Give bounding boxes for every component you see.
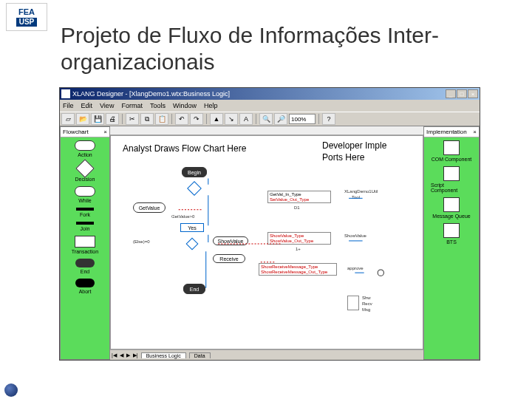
annotation-developer-l2: Ports Here — [322, 152, 364, 163]
separator — [256, 114, 256, 124]
cut-button[interactable]: ✂ — [126, 113, 139, 125]
zoom-out-button[interactable]: 🔎 — [274, 113, 287, 125]
canvas[interactable]: Analyst Draws Flow Chart Here Developer … — [110, 135, 423, 349]
palette-action[interactable]: Action — [64, 140, 106, 157]
palette-decision[interactable]: Decision — [64, 162, 106, 182]
titlebar-text: XLANG Designer - [XlangDemo1.wtx:Busines… — [72, 90, 446, 98]
pin-icon[interactable]: × — [103, 129, 107, 135]
separator — [206, 114, 207, 124]
node-decision-1[interactable] — [187, 181, 202, 196]
annotation-analyst: Analyst Draws Flow Chart Here — [123, 143, 246, 154]
paste-button[interactable]: 📋 — [155, 113, 168, 125]
palette-com-component[interactable]: COM Component — [431, 140, 472, 162]
logo-bottom: USP — [16, 18, 38, 27]
flowchart-palette: Flowchart × Action Decision While Fork J… — [60, 126, 110, 360]
zoom-combo[interactable]: 100% — [289, 114, 316, 124]
palette-join[interactable]: Join — [64, 222, 106, 231]
impl-util-a: XLangDemo1Util — [344, 189, 378, 194]
logo-top: FEA — [18, 8, 35, 16]
implementation-palette: Implementation × COM Component Script Co… — [423, 126, 480, 360]
port-getvalue-id: D1 — [294, 205, 300, 210]
redo-button[interactable]: ↷ — [190, 113, 203, 125]
logo-fea-usp: FEA USP — [6, 3, 47, 31]
node-end[interactable]: End — [183, 284, 205, 294]
tab-nav-next[interactable]: ▶ — [126, 352, 130, 358]
separator — [318, 114, 319, 124]
node-yes-branch[interactable]: Yes — [180, 223, 204, 232]
palette-end[interactable]: End — [64, 259, 106, 274]
impl-component-icon[interactable] — [347, 296, 359, 310]
menu-format[interactable]: Format — [121, 102, 143, 109]
flowchart-palette-title: Flowchart × — [61, 127, 109, 137]
decision-condition-label: GetValue>0 — [171, 214, 194, 219]
tab-nav-first[interactable]: |◀ — [112, 352, 117, 358]
slide-title: Projeto de Fluxo de Informações Inter-or… — [61, 22, 517, 75]
toolbar: ▱ 📂 💾 🖨 ✂ ⧉ 📋 ↶ ↷ ▲ ↘ A 🔍 🔎 100% ? — [60, 112, 480, 126]
implementation-palette-title: Implementation × — [424, 127, 479, 137]
pointer-tool[interactable]: ▲ — [210, 113, 223, 125]
impl-approve: approve — [347, 266, 364, 270]
print-button[interactable]: 🖨 — [106, 113, 119, 125]
tab-data[interactable]: Data — [189, 352, 211, 358]
node-decision-2[interactable] — [186, 238, 199, 250]
slide-corner-dot — [4, 383, 18, 397]
port-receive[interactable]: ShowReceiveMessage_Type ShowReceiveMessa… — [259, 263, 337, 276]
impl-shw: Shw — [362, 296, 371, 300]
pin-icon[interactable]: × — [473, 129, 477, 135]
palette-message-queue[interactable]: Message Queue — [431, 197, 472, 219]
impl-util-b: Tool — [352, 195, 360, 200]
app-icon — [61, 89, 70, 98]
undo-button[interactable]: ↶ — [175, 113, 188, 125]
text-tool[interactable]: A — [239, 113, 253, 125]
titlebar[interactable]: XLANG Designer - [XlangDemo1.wtx:Busines… — [60, 88, 480, 100]
palette-abort[interactable]: Abort — [64, 279, 106, 294]
menu-help[interactable]: Help — [204, 102, 218, 109]
node-getvalue[interactable]: GetValue — [133, 202, 166, 213]
app-window: XLANG Designer - [XlangDemo1.wtx:Busines… — [59, 87, 480, 361]
impl-msg: Msg — [362, 307, 370, 312]
impl-showvalue: ShowValue — [344, 233, 366, 238]
ruler-horizontal — [110, 126, 423, 135]
menubar: File Edit View Format Tools Window Help — [60, 100, 480, 112]
node-receive[interactable]: Receive — [213, 254, 245, 263]
palette-fork[interactable]: Fork — [64, 208, 106, 217]
sheet-tabs: |◀ ◀ ▶ ▶| Business Logic Data — [110, 349, 423, 360]
menu-edit[interactable]: Edit — [81, 102, 93, 109]
menu-file[interactable]: File — [63, 102, 74, 109]
annotation-developer-l1: Developer Imple — [322, 140, 386, 151]
help-button[interactable]: ? — [322, 113, 335, 125]
open-button[interactable]: 📂 — [76, 113, 89, 125]
menu-tools[interactable]: Tools — [150, 102, 166, 109]
port-getvalue[interactable]: GetVal_In_Type SetValue_Out_Type — [267, 191, 331, 203]
canvas-area: Analyst Draws Flow Chart Here Developer … — [110, 126, 423, 360]
tab-nav-prev[interactable]: ◀ — [120, 352, 123, 358]
zoom-in-button[interactable]: 🔍 — [259, 113, 273, 125]
menu-view[interactable]: View — [100, 102, 114, 109]
palette-title-text: Implementation — [426, 129, 467, 135]
else-label: (Else)=0 — [133, 239, 150, 244]
palette-while[interactable]: While — [64, 186, 106, 203]
palette-bts[interactable]: BTS — [431, 223, 472, 245]
copy-button[interactable]: ⧉ — [140, 113, 154, 125]
node-begin[interactable]: Begin — [182, 167, 207, 177]
maximize-button[interactable]: □ — [457, 89, 467, 98]
palette-transaction[interactable]: Transaction — [64, 236, 106, 254]
close-button[interactable]: × — [468, 89, 478, 98]
flow-connectors — [111, 136, 423, 349]
tab-business-logic[interactable]: Business Logic — [141, 352, 186, 358]
workspace: Flowchart × Action Decision While Fork J… — [60, 126, 480, 360]
new-button[interactable]: ▱ — [61, 113, 75, 125]
menu-window[interactable]: Window — [173, 102, 197, 109]
svg-point-0 — [378, 270, 383, 276]
connector-tool[interactable]: ↘ — [225, 113, 238, 125]
tab-nav-last[interactable]: ▶| — [133, 352, 138, 358]
port-showvalue-id: 1+ — [296, 247, 301, 251]
palette-title-text: Flowchart — [63, 129, 89, 135]
save-button[interactable]: 💾 — [91, 113, 104, 125]
palette-script-component[interactable]: Script Component — [431, 166, 472, 193]
separator — [171, 114, 172, 124]
minimize-button[interactable]: _ — [446, 89, 456, 98]
impl-recv: Recv — [362, 301, 372, 306]
port-showvalue[interactable]: ShowValue_Type ShowValue_Out_Type — [267, 232, 331, 245]
node-showvalue[interactable]: ShowValue — [213, 236, 248, 245]
